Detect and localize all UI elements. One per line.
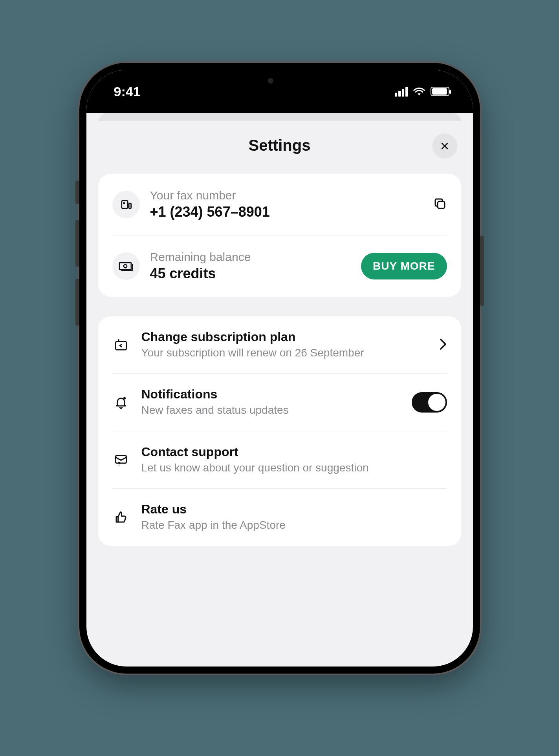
svg-text:?: ?	[117, 461, 121, 467]
svg-rect-5	[438, 201, 445, 208]
svg-rect-1	[123, 202, 125, 204]
balance-row: Remaining balance 45 credits BUY MORE	[112, 235, 447, 297]
chevron-right-icon	[439, 338, 447, 352]
status-indicators	[395, 87, 449, 97]
rate-sub: Rate Fax app in the AppStore	[141, 518, 447, 532]
volume-up-button	[75, 220, 79, 267]
page-title: Settings	[249, 137, 311, 154]
support-icon: ?	[112, 453, 130, 467]
support-title: Contact support	[141, 445, 447, 459]
volume-down-button	[75, 279, 79, 326]
balance-label: Remaining balance	[150, 250, 351, 264]
svg-point-9	[123, 397, 126, 400]
notifications-toggle[interactable]	[412, 392, 447, 413]
svg-rect-0	[121, 201, 128, 208]
screen: 9:41 Settings	[86, 70, 473, 667]
svg-rect-2	[129, 203, 131, 208]
subscription-row[interactable]: Change subscription plan Your subscripti…	[112, 316, 447, 374]
subscription-title: Change subscription plan	[141, 330, 427, 344]
thumbs-up-icon	[112, 510, 130, 524]
settings-sheet: Settings	[86, 121, 473, 581]
notifications-title: Notifications	[141, 387, 400, 402]
fax-number-value: +1 (234) 567–8901	[150, 204, 423, 220]
fax-number-row: Your fax number +1 (234) 567–8901	[112, 174, 447, 235]
phone-frame: 9:41 Settings	[79, 63, 480, 674]
rate-row[interactable]: Rate us Rate Fax app in the AppStore	[112, 489, 447, 546]
side-button	[75, 181, 79, 204]
svg-point-4	[129, 206, 130, 207]
copy-button[interactable]	[433, 197, 447, 212]
support-row[interactable]: ? Contact support Let us know about your…	[112, 431, 447, 489]
close-button[interactable]	[432, 133, 457, 159]
cellular-icon	[395, 87, 408, 97]
battery-icon	[431, 87, 449, 96]
status-time: 9:41	[114, 84, 141, 99]
subscription-icon	[112, 338, 130, 352]
notch	[221, 70, 339, 91]
settings-list-card: Change subscription plan Your subscripti…	[98, 316, 461, 546]
money-icon	[112, 252, 140, 280]
svg-point-3	[129, 205, 130, 205]
fax-icon	[112, 191, 140, 218]
sheet-header: Settings	[86, 121, 473, 174]
fax-number-label: Your fax number	[150, 189, 423, 202]
copy-icon	[433, 197, 447, 211]
subscription-sub: Your subscription will renew on 26 Septe…	[141, 346, 427, 360]
close-icon	[440, 142, 449, 150]
svg-rect-6	[119, 263, 131, 270]
svg-rect-8	[115, 341, 126, 350]
bell-icon	[112, 395, 130, 409]
svg-point-7	[123, 265, 126, 268]
account-card: Your fax number +1 (234) 567–8901	[98, 174, 461, 297]
power-button	[480, 236, 484, 306]
support-sub: Let us know about your question or sugge…	[141, 461, 447, 475]
rate-title: Rate us	[141, 502, 447, 517]
wifi-icon	[413, 87, 425, 96]
buy-more-button[interactable]: BUY MORE	[361, 253, 447, 279]
balance-value: 45 credits	[150, 265, 351, 282]
notifications-sub: New faxes and status updates	[141, 403, 400, 417]
notifications-row: Notifications New faxes and status updat…	[112, 374, 447, 431]
